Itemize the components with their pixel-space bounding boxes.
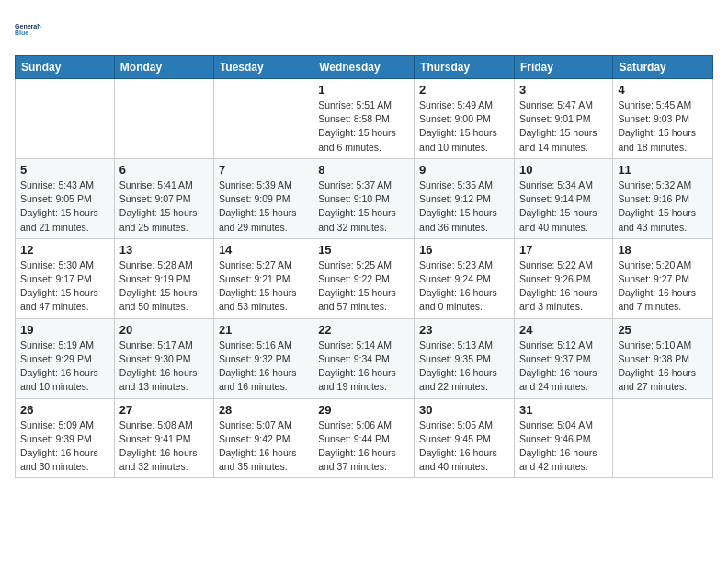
day-number: 6 [119,163,209,177]
logo-icon: GeneralBlue [15,15,44,44]
column-header-thursday: Thursday [415,56,515,79]
calendar-table: SundayMondayTuesdayWednesdayThursdayFrid… [15,55,713,478]
header-row: SundayMondayTuesdayWednesdayThursdayFrid… [16,56,713,79]
day-number: 8 [318,163,409,177]
day-info: Sunrise: 5:30 AM Sunset: 9:17 PM Dayligh… [20,259,109,315]
day-number: 31 [519,403,608,417]
column-header-saturday: Saturday [613,56,713,79]
day-number: 19 [20,323,109,337]
day-cell: 1Sunrise: 5:51 AM Sunset: 8:58 PM Daylig… [313,79,415,159]
day-cell: 6Sunrise: 5:41 AM Sunset: 9:07 PM Daylig… [114,158,213,238]
day-number: 23 [419,323,509,337]
day-number: 16 [419,243,509,257]
day-info: Sunrise: 5:06 AM Sunset: 9:44 PM Dayligh… [318,419,409,475]
page-header: GeneralBlue [15,15,713,44]
day-number: 5 [20,163,109,177]
day-info: Sunrise: 5:08 AM Sunset: 9:41 PM Dayligh… [119,419,209,475]
column-header-wednesday: Wednesday [313,56,415,79]
day-cell: 11Sunrise: 5:32 AM Sunset: 9:16 PM Dayli… [613,158,713,238]
day-info: Sunrise: 5:28 AM Sunset: 9:19 PM Dayligh… [119,259,209,315]
day-cell: 19Sunrise: 5:19 AM Sunset: 9:29 PM Dayli… [16,318,115,398]
day-info: Sunrise: 5:25 AM Sunset: 9:22 PM Dayligh… [318,259,409,315]
day-info: Sunrise: 5:45 AM Sunset: 9:03 PM Dayligh… [618,98,708,155]
day-cell: 5Sunrise: 5:43 AM Sunset: 9:05 PM Daylig… [16,158,115,238]
day-cell: 18Sunrise: 5:20 AM Sunset: 9:27 PM Dayli… [613,238,713,318]
day-info: Sunrise: 5:37 AM Sunset: 9:10 PM Dayligh… [318,178,409,235]
day-info: Sunrise: 5:22 AM Sunset: 9:26 PM Dayligh… [519,259,608,315]
day-number: 30 [419,403,509,417]
day-info: Sunrise: 5:16 AM Sunset: 9:32 PM Dayligh… [219,339,308,395]
day-cell: 12Sunrise: 5:30 AM Sunset: 9:17 PM Dayli… [16,238,115,318]
svg-text:General: General [15,23,39,29]
column-header-monday: Monday [114,56,213,79]
day-cell: 4Sunrise: 5:45 AM Sunset: 9:03 PM Daylig… [613,79,713,159]
day-number: 7 [219,163,308,177]
day-cell: 2Sunrise: 5:49 AM Sunset: 9:00 PM Daylig… [415,79,515,159]
day-cell: 14Sunrise: 5:27 AM Sunset: 9:21 PM Dayli… [213,238,313,318]
week-row-3: 12Sunrise: 5:30 AM Sunset: 9:17 PM Dayli… [16,238,713,318]
day-info: Sunrise: 5:43 AM Sunset: 9:05 PM Dayligh… [20,178,109,235]
day-info: Sunrise: 5:20 AM Sunset: 9:27 PM Dayligh… [618,259,708,315]
day-cell: 9Sunrise: 5:35 AM Sunset: 9:12 PM Daylig… [415,158,515,238]
day-info: Sunrise: 5:10 AM Sunset: 9:38 PM Dayligh… [618,339,708,395]
day-info: Sunrise: 5:27 AM Sunset: 9:21 PM Dayligh… [219,259,308,315]
day-cell: 27Sunrise: 5:08 AM Sunset: 9:41 PM Dayli… [114,398,213,478]
day-info: Sunrise: 5:09 AM Sunset: 9:39 PM Dayligh… [20,419,109,475]
day-cell: 15Sunrise: 5:25 AM Sunset: 9:22 PM Dayli… [313,238,415,318]
day-info: Sunrise: 5:32 AM Sunset: 9:16 PM Dayligh… [618,178,708,235]
day-number: 2 [419,83,509,97]
day-number: 17 [519,243,608,257]
day-cell: 31Sunrise: 5:04 AM Sunset: 9:46 PM Dayli… [514,398,612,478]
day-info: Sunrise: 5:41 AM Sunset: 9:07 PM Dayligh… [119,178,209,235]
day-info: Sunrise: 5:34 AM Sunset: 9:14 PM Dayligh… [519,178,608,235]
day-info: Sunrise: 5:23 AM Sunset: 9:24 PM Dayligh… [419,259,509,315]
day-cell: 29Sunrise: 5:06 AM Sunset: 9:44 PM Dayli… [313,398,415,478]
day-info: Sunrise: 5:13 AM Sunset: 9:35 PM Dayligh… [419,339,509,395]
day-cell: 22Sunrise: 5:14 AM Sunset: 9:34 PM Dayli… [313,318,415,398]
day-info: Sunrise: 5:04 AM Sunset: 9:46 PM Dayligh… [519,419,608,475]
day-info: Sunrise: 5:51 AM Sunset: 8:58 PM Dayligh… [318,98,409,155]
day-cell [16,79,115,159]
day-cell: 3Sunrise: 5:47 AM Sunset: 9:01 PM Daylig… [514,79,612,159]
day-number: 22 [318,323,409,337]
day-number: 14 [219,243,308,257]
day-info: Sunrise: 5:14 AM Sunset: 9:34 PM Dayligh… [318,339,409,395]
column-header-sunday: Sunday [16,56,115,79]
day-cell [613,398,713,478]
column-header-friday: Friday [514,56,612,79]
day-cell: 23Sunrise: 5:13 AM Sunset: 9:35 PM Dayli… [415,318,515,398]
day-cell [114,79,213,159]
day-number: 4 [618,83,708,97]
day-cell: 8Sunrise: 5:37 AM Sunset: 9:10 PM Daylig… [313,158,415,238]
week-row-5: 26Sunrise: 5:09 AM Sunset: 9:39 PM Dayli… [16,398,713,478]
day-cell: 28Sunrise: 5:07 AM Sunset: 9:42 PM Dayli… [213,398,313,478]
day-cell: 25Sunrise: 5:10 AM Sunset: 9:38 PM Dayli… [613,318,713,398]
week-row-2: 5Sunrise: 5:43 AM Sunset: 9:05 PM Daylig… [16,158,713,238]
day-number: 21 [219,323,308,337]
day-number: 1 [318,83,409,97]
logo: GeneralBlue [15,15,44,44]
day-cell: 17Sunrise: 5:22 AM Sunset: 9:26 PM Dayli… [514,238,612,318]
week-row-1: 1Sunrise: 5:51 AM Sunset: 8:58 PM Daylig… [16,79,713,159]
svg-text:Blue: Blue [15,29,28,36]
day-info: Sunrise: 5:35 AM Sunset: 9:12 PM Dayligh… [419,178,509,235]
day-number: 15 [318,243,409,257]
day-info: Sunrise: 5:05 AM Sunset: 9:45 PM Dayligh… [419,419,509,475]
day-number: 24 [519,323,608,337]
week-row-4: 19Sunrise: 5:19 AM Sunset: 9:29 PM Dayli… [16,318,713,398]
day-cell [213,79,313,159]
day-number: 20 [119,323,209,337]
day-number: 13 [119,243,209,257]
day-info: Sunrise: 5:47 AM Sunset: 9:01 PM Dayligh… [519,98,608,155]
day-cell: 7Sunrise: 5:39 AM Sunset: 9:09 PM Daylig… [213,158,313,238]
day-number: 9 [419,163,509,177]
day-number: 12 [20,243,109,257]
day-info: Sunrise: 5:19 AM Sunset: 9:29 PM Dayligh… [20,339,109,395]
day-number: 3 [519,83,608,97]
day-number: 26 [20,403,109,417]
day-number: 18 [618,243,708,257]
column-header-tuesday: Tuesday [213,56,313,79]
day-cell: 10Sunrise: 5:34 AM Sunset: 9:14 PM Dayli… [514,158,612,238]
day-number: 11 [618,163,708,177]
day-number: 27 [119,403,209,417]
